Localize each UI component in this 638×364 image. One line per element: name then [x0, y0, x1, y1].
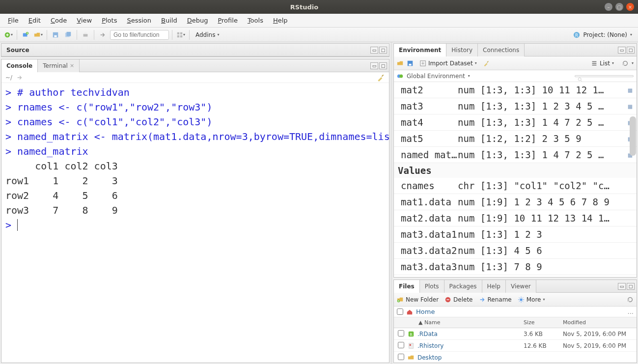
svg-point-20	[578, 78, 581, 81]
more-menu[interactable]: More ▾	[518, 296, 545, 303]
file-row[interactable]: Desktop	[394, 352, 637, 363]
window-maximize-button[interactable]: ▢	[615, 3, 623, 11]
menu-profile[interactable]: Profile	[214, 15, 241, 26]
file-checkbox[interactable]	[398, 330, 404, 336]
env-row[interactable]: mat5num [1:2, 1:2] 2 3 5 9▦	[394, 131, 637, 147]
menu-code[interactable]: Code	[47, 15, 71, 26]
file-checkbox[interactable]	[398, 342, 404, 348]
menu-session[interactable]: Session	[123, 15, 155, 26]
tab-console[interactable]: Console	[1, 59, 38, 72]
print-button[interactable]	[80, 29, 91, 40]
env-row[interactable]: mat3.data2num [1:3] 4 5 6	[394, 243, 637, 259]
menu-file[interactable]: File	[4, 15, 23, 26]
tab-files[interactable]: Files	[394, 280, 420, 293]
environment-scope[interactable]: Global Environment	[407, 73, 465, 80]
refresh-icon[interactable]	[622, 60, 629, 67]
env-row[interactable]: mat4num [1:3, 1:3] 1 4 7 2 5 …▦	[394, 114, 637, 131]
window-close-button[interactable]: ×	[626, 3, 634, 11]
tab-connections[interactable]: Connections	[478, 44, 525, 56]
env-row[interactable]: mat1.datanum [1:9] 1 2 3 4 5 6 7 8 9	[394, 194, 637, 210]
tab-help[interactable]: Help	[482, 280, 506, 293]
col-name-header[interactable]: ▲ Name	[408, 319, 524, 326]
rename-icon	[479, 296, 486, 303]
scrollbar-thumb[interactable]	[630, 116, 636, 156]
env-row[interactable]: mat3.data1num [1:3] 1 2 3	[394, 226, 637, 243]
broom-icon[interactable]	[483, 60, 490, 67]
window-minimize-button[interactable]: –	[605, 3, 612, 11]
menu-debug[interactable]: Debug	[183, 15, 212, 26]
env-row[interactable]: cnameschr [1:3] "col1" "col2" "c…	[394, 178, 637, 194]
select-all-checkbox[interactable]	[397, 308, 403, 315]
environment-search-input[interactable]	[575, 75, 634, 77]
tab-terminal[interactable]: Terminal×	[38, 59, 80, 72]
new-folder-button[interactable]: New Folder	[397, 296, 439, 303]
environment-list[interactable]: mat2num [1:3, 1:3] 10 11 12 1…▦mat3num […	[394, 82, 637, 277]
delete-button[interactable]: Delete	[444, 296, 472, 303]
env-row[interactable]: mat2num [1:3, 1:3] 10 11 12 1…▦	[394, 82, 637, 98]
window-titlebar: RStudio – ▢ ×	[0, 0, 638, 14]
pane-maximize-button[interactable]: □	[379, 62, 387, 69]
console-output[interactable]: > # author techvidvan > rnames <- c("row…	[1, 83, 389, 363]
project-menu[interactable]: R Project: (None) ▾	[573, 31, 635, 38]
env-row[interactable]: mat3.data3num [1:3] 7 8 9	[394, 259, 637, 275]
tab-viewer[interactable]: Viewer	[506, 280, 536, 293]
open-file-button[interactable]: ▾	[33, 29, 44, 40]
addins-menu[interactable]: Addins ▾	[193, 30, 222, 39]
data-grid-icon[interactable]: ▦	[624, 102, 637, 110]
arrow-icon[interactable]	[16, 74, 23, 81]
menu-help[interactable]: Help	[269, 15, 292, 26]
svg-point-23	[520, 298, 522, 301]
broom-icon[interactable]	[376, 73, 385, 82]
printer-icon	[82, 31, 89, 38]
menu-tools[interactable]: Tools	[244, 15, 267, 26]
pane-minimize-button[interactable]: ▭	[618, 47, 626, 54]
pane-minimize-button[interactable]: ▭	[370, 47, 378, 54]
file-name[interactable]: Desktop	[417, 354, 442, 361]
env-row[interactable]: mat2.datanum [1:9] 10 11 12 13 14 1…	[394, 210, 637, 226]
pane-minimize-button[interactable]: ▭	[618, 283, 626, 290]
file-name[interactable]: .RData	[417, 331, 438, 337]
file-row[interactable]: .Rhistory12.6 KBNov 5, 2019, 6:00 PM	[394, 340, 637, 352]
pane-minimize-button[interactable]: ▭	[370, 62, 378, 69]
tab-packages[interactable]: Packages	[444, 280, 482, 293]
menu-plots[interactable]: Plots	[98, 15, 121, 26]
file-checkbox[interactable]	[398, 354, 404, 360]
more-path-button[interactable]: ...	[628, 308, 634, 315]
file-name[interactable]: .Rhistory	[417, 342, 444, 349]
env-row[interactable]: mat3num [1:3, 1:3] 1 2 3 4 5 …▦	[394, 98, 637, 114]
env-row[interactable]: named_mat…num [1:3, 1:3] 1 4 7 2 5 …▦	[394, 147, 637, 163]
new-project-button[interactable]	[20, 29, 31, 40]
view-mode-label: List	[600, 60, 610, 67]
save-button[interactable]	[50, 29, 61, 40]
col-size-header[interactable]: Size	[524, 319, 563, 326]
import-dataset-menu[interactable]: Import Dataset ▾	[419, 60, 477, 67]
menu-view[interactable]: View	[73, 15, 96, 26]
tab-history[interactable]: History	[446, 44, 478, 56]
file-row[interactable]: R.RData3.6 KBNov 5, 2019, 6:00 PM	[394, 328, 637, 340]
goto-arrow-button[interactable]	[97, 29, 108, 40]
new-file-button[interactable]: ▾	[3, 29, 14, 40]
menu-build[interactable]: Build	[157, 15, 181, 26]
data-grid-icon[interactable]: ▦	[624, 86, 637, 94]
close-icon[interactable]: ×	[70, 62, 74, 69]
view-mode-menu[interactable]: List ▾	[589, 59, 616, 68]
tab-plots[interactable]: Plots	[420, 280, 444, 293]
env-var-name: named_mat…	[394, 149, 458, 160]
refresh-icon[interactable]	[627, 296, 634, 303]
pane-maximize-button[interactable]: □	[627, 283, 635, 290]
folder-open-icon[interactable]	[397, 60, 404, 67]
grid-view-button[interactable]: ▾	[175, 29, 186, 40]
breadcrumb-home[interactable]: Home	[416, 308, 435, 315]
rdata-icon: R	[408, 331, 415, 337]
rename-button[interactable]: Rename	[479, 296, 512, 303]
save-all-button[interactable]	[63, 29, 74, 40]
pane-maximize-button[interactable]: □	[627, 47, 635, 54]
save-icon[interactable]	[407, 60, 414, 67]
col-modified-header[interactable]: Modified	[563, 319, 637, 326]
goto-file-input[interactable]	[110, 30, 169, 40]
pane-maximize-button[interactable]: □	[379, 47, 387, 54]
home-icon[interactable]	[406, 308, 413, 315]
menu-edit[interactable]: Edit	[25, 15, 45, 26]
env-row[interactable]: rnameschr [1:3] "row1" "row2" "r…	[394, 275, 637, 277]
tab-environment[interactable]: Environment	[394, 44, 446, 56]
